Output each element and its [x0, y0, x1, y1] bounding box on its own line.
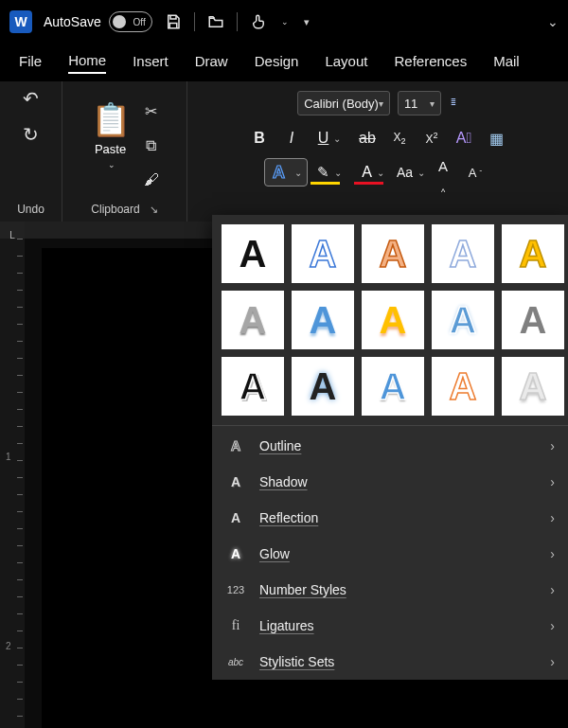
borders-icon[interactable]: ▦ [480, 124, 512, 152]
text-effect-style-6[interactable]: A [222, 291, 284, 349]
tab-design[interactable]: Design [255, 53, 299, 73]
text-effect-style-11[interactable]: A [222, 357, 284, 416]
switch-knob-icon [113, 15, 126, 28]
ruler-label: 1 [6, 452, 11, 462]
letter-a-icon: A [450, 367, 477, 405]
touch-mode-dropdown-icon[interactable]: ⌄ [281, 17, 289, 27]
customize-qat-icon[interactable]: ▾ [300, 12, 313, 31]
chevron-right-icon: › [550, 438, 555, 453]
text-effect-style-2[interactable]: A [292, 224, 354, 283]
svg-text:A: A [273, 163, 285, 182]
text-effect-style-3[interactable]: A [362, 224, 424, 283]
text-effect-style-8[interactable]: A [362, 291, 424, 349]
shrink-font-button[interactable]: Aˇ [459, 158, 491, 186]
vertical-ruler[interactable]: 12 [0, 239, 25, 728]
group-undo: ↶ ↻ Undo [0, 81, 62, 222]
text-effects-gallery: AAAAAAAAAAAAAAA [212, 215, 568, 423]
menu-reflection[interactable]: AReflection› [212, 500, 568, 536]
letter-a-icon: A [450, 235, 477, 273]
menu-label: Stylistic Sets [259, 654, 334, 669]
format-painter-icon[interactable]: 🖌 [144, 171, 159, 188]
chevron-right-icon: › [550, 546, 555, 561]
strikethrough-button[interactable]: ab [351, 124, 383, 152]
autosave-switch[interactable]: Off [109, 11, 152, 32]
ruler-label: 2 [6, 641, 11, 651]
highlight-color-button[interactable]: ✎ [308, 158, 351, 186]
letter-a-icon: A [380, 235, 407, 273]
menu-number-styles[interactable]: 123Number Styles› [212, 572, 568, 608]
tab-references[interactable]: References [394, 53, 467, 73]
tab-file[interactable]: File [19, 53, 42, 73]
clear-formatting-button[interactable]: A⃠ [448, 124, 480, 152]
clipboard-icon: 📋 [91, 100, 131, 138]
paste-button[interactable]: 📋 Paste ⌄ [91, 100, 131, 169]
clipboard-launcher-icon[interactable]: ↘ [150, 204, 158, 216]
open-folder-icon[interactable] [206, 12, 225, 31]
text-effects-popup: AAAAAAAAAAAAAAA AOutline›AShadow›AReflec… [212, 215, 568, 680]
letter-a-icon: A [240, 235, 267, 273]
grow-font-button[interactable]: A^ [427, 158, 459, 186]
tab-mailings[interactable]: Mail [493, 53, 520, 73]
text-effect-style-14[interactable]: A [432, 357, 494, 416]
text-effect-style-1[interactable]: A [222, 224, 284, 283]
text-effect-style-5[interactable]: A [502, 224, 564, 283]
subscript-button[interactable]: X2 [383, 124, 416, 152]
menu-label: Number Styles [259, 582, 346, 597]
chevron-down-icon: ▾ [430, 98, 435, 109]
change-case-button[interactable]: Aa [395, 158, 427, 186]
text-effect-style-7[interactable]: A [292, 291, 354, 349]
italic-button[interactable]: I [275, 124, 308, 152]
menu-ligatures[interactable]: fiLigatures› [212, 608, 568, 644]
letter-a-icon: A [520, 235, 547, 273]
paste-dropdown-icon[interactable]: ⌄ [108, 160, 115, 169]
tab-draw[interactable]: Draw [195, 53, 228, 73]
letter-a-icon: A [310, 235, 337, 273]
text-effect-style-15[interactable]: A [502, 357, 564, 416]
separator-icon [194, 12, 195, 31]
menu-shadow[interactable]: AShadow› [212, 464, 568, 500]
underline-button[interactable]: U [308, 124, 351, 152]
font-size-value: 11 [404, 97, 417, 111]
text-effects-button[interactable]: A [264, 158, 308, 186]
ribbon-collapse-icon[interactable]: ⌄ [547, 14, 559, 29]
menu-glow[interactable]: AGlow› [212, 536, 568, 572]
font-name-select[interactable]: Calibri (Body) ▾ [297, 91, 390, 115]
menu-label: Reflection [259, 510, 318, 525]
tab-layout[interactable]: Layout [325, 53, 367, 73]
chevron-right-icon: › [550, 618, 555, 633]
chevron-right-icon: › [550, 510, 555, 525]
tab-home[interactable]: Home [68, 52, 106, 74]
bold-button[interactable]: B [243, 124, 275, 152]
menu-stylistic-sets[interactable]: abcStylistic Sets› [212, 644, 568, 680]
bullets-icon[interactable]: ≣ [449, 99, 458, 107]
text-effects-submenu: AOutline›AShadow›AReflection›AGlow›123Nu… [212, 428, 568, 680]
text-effect-style-13[interactable]: A [362, 357, 424, 416]
group-undo-caption: Undo [17, 203, 44, 216]
fi-icon: fi [225, 618, 246, 633]
letter-a-icon: A [380, 301, 407, 339]
autosave-toggle[interactable]: AutoSave Off [44, 11, 152, 32]
title-bar: W AutoSave Off ⌄ ▾ ⌄ [0, 0, 568, 44]
text-effect-style-10[interactable]: A [502, 291, 564, 349]
paste-label: Paste [95, 142, 126, 156]
cut-icon[interactable]: ✂ [145, 102, 157, 120]
copy-icon[interactable]: ⧉ [146, 137, 156, 154]
undo-icon[interactable]: ↶ [23, 87, 39, 110]
touch-mode-icon[interactable] [249, 12, 268, 31]
text-effect-style-9[interactable]: A [432, 291, 494, 349]
text-effect-style-4[interactable]: A [432, 224, 494, 283]
text-effect-style-12[interactable]: A [292, 357, 354, 416]
123-icon: 123 [225, 584, 246, 595]
letter-a-icon: A [240, 301, 267, 339]
group-clipboard-caption: Clipboard [91, 203, 139, 216]
autosave-label: AutoSave [44, 14, 101, 29]
tab-insert[interactable]: Insert [133, 53, 169, 73]
font-color-button[interactable]: A [351, 158, 395, 186]
redo-icon[interactable]: ↻ [23, 123, 39, 146]
save-icon[interactable] [164, 12, 183, 31]
menu-outline[interactable]: AOutline› [212, 428, 568, 464]
chevron-right-icon: › [550, 474, 555, 489]
ribbon-tabs: File Home Insert Draw Design Layout Refe… [0, 44, 568, 81]
font-size-select[interactable]: 11 ▾ [398, 91, 441, 115]
superscript-button[interactable]: X2 [416, 124, 448, 152]
